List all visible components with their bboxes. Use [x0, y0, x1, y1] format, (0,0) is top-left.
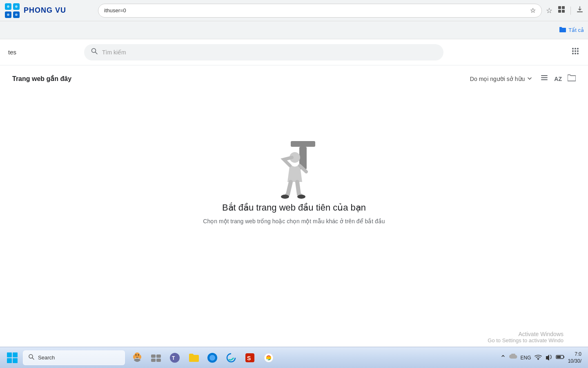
- folder-view-icon[interactable]: [568, 74, 576, 83]
- content-header: Trang web gần đây Do mọi người sở hữu AZ: [12, 74, 576, 84]
- taskbar-app-teams[interactable]: T: [166, 349, 184, 367]
- svg-point-20: [577, 50, 579, 52]
- svg-rect-45: [151, 359, 156, 362]
- svg-rect-35: [13, 358, 18, 363]
- browser-logo: PHONG VU: [4, 2, 94, 19]
- svg-rect-44: [156, 355, 161, 358]
- svg-rect-11: [562, 10, 565, 13]
- svg-point-23: [577, 53, 579, 54]
- svg-rect-9: [562, 6, 565, 9]
- taskbar-search[interactable]: Search: [23, 350, 125, 365]
- svg-point-7: [15, 13, 18, 16]
- tray-volume-icon[interactable]: [545, 354, 552, 361]
- svg-point-41: [133, 355, 136, 359]
- nav-bar: tes Tìm kiếm: [0, 39, 588, 65]
- tray-battery-icon[interactable]: [556, 355, 565, 361]
- empty-state: Bắt đầu trang web đầu tiên của bạn Chọn …: [12, 96, 576, 241]
- list-view-icon[interactable]: [540, 74, 548, 84]
- extensions-icon[interactable]: [557, 5, 566, 16]
- search-icon: [91, 47, 98, 57]
- svg-rect-12: [577, 11, 583, 12]
- svg-point-4: [7, 5, 9, 8]
- svg-point-30: [281, 195, 289, 199]
- tray-language[interactable]: ENG: [521, 355, 531, 361]
- svg-point-55: [537, 359, 539, 360]
- second-bar: Tất cả: [0, 21, 588, 39]
- windows-logo-icon: [7, 352, 18, 364]
- svg-point-39: [136, 354, 137, 355]
- taskbar-app-blue[interactable]: [203, 349, 221, 367]
- chevron-down-icon: [527, 76, 532, 82]
- svg-text:T: T: [172, 355, 175, 361]
- svg-point-18: [572, 50, 574, 52]
- svg-point-17: [577, 48, 579, 49]
- svg-point-22: [575, 53, 576, 54]
- tray-cloud-icon[interactable]: [509, 354, 517, 361]
- tray-expand-icon[interactable]: [500, 354, 506, 361]
- svg-rect-32: [7, 352, 12, 357]
- view-options: AZ: [540, 74, 576, 84]
- address-bar[interactable]: ithuser=0 ☆: [98, 4, 542, 18]
- main-content: Trang web gần đây Do mọi người sở hữu AZ: [0, 65, 588, 347]
- svg-point-19: [575, 50, 576, 52]
- tat-ca-label: Tất cả: [568, 27, 584, 33]
- taskbar-clock[interactable]: 7:0 10/30/: [568, 351, 581, 365]
- svg-point-16: [575, 48, 576, 49]
- taskbar-date-display: 10/30/: [568, 358, 581, 365]
- taskbar-app-chibi[interactable]: [128, 349, 146, 367]
- svg-rect-8: [558, 6, 561, 9]
- svg-rect-58: [557, 356, 561, 358]
- svg-rect-57: [564, 356, 564, 358]
- svg-rect-34: [7, 358, 12, 363]
- logo-text: PHONG VU: [24, 6, 66, 15]
- svg-text:S: S: [247, 355, 251, 361]
- svg-rect-26: [541, 79, 548, 80]
- svg-point-31: [297, 195, 305, 199]
- svg-rect-25: [541, 77, 548, 78]
- taskbar-app-red[interactable]: S: [241, 349, 259, 367]
- browser-actions: ☆: [546, 5, 584, 16]
- svg-rect-10: [558, 10, 561, 13]
- svg-point-21: [572, 53, 574, 54]
- folder-small-icon: [559, 27, 566, 34]
- apps-grid-icon[interactable]: [571, 47, 580, 58]
- taskbar-time-display: 7:0: [568, 351, 581, 358]
- nav-left-text: tes: [8, 49, 16, 56]
- taskbar-search-label: Search: [38, 355, 55, 361]
- taskbar-search-icon: [28, 354, 35, 362]
- download-icon[interactable]: [576, 5, 584, 16]
- owner-filter-button[interactable]: Do mọi người sở hữu: [470, 76, 532, 82]
- taskbar-apps: T S: [128, 349, 278, 367]
- taskbar-app-files[interactable]: [185, 349, 203, 367]
- svg-rect-46: [156, 359, 161, 362]
- header-actions: Do mọi người sở hữu AZ: [470, 74, 576, 84]
- svg-rect-24: [541, 75, 548, 76]
- tray-wifi-icon[interactable]: [535, 354, 542, 361]
- address-bar-text: ithuser=0: [104, 7, 527, 13]
- taskbar-right: ENG 7:0 10/30/: [500, 351, 585, 365]
- browser-top-bar: PHONG VU ithuser=0 ☆ ☆: [0, 0, 588, 21]
- empty-illustration: [265, 129, 323, 202]
- taskbar-app-edge[interactable]: [222, 349, 240, 367]
- svg-line-37: [32, 358, 34, 359]
- search-box[interactable]: Tìm kiếm: [84, 44, 443, 61]
- az-sort-icon[interactable]: AZ: [554, 76, 562, 82]
- taskbar: Search T S: [0, 347, 588, 368]
- recent-title: Trang web gần đây: [12, 75, 71, 83]
- svg-point-6: [7, 13, 9, 16]
- empty-state-title: Bắt đầu trang web đầu tiên của bạn: [222, 202, 366, 213]
- taskbar-app-chrome[interactable]: [260, 349, 278, 367]
- start-button[interactable]: [3, 349, 21, 367]
- star-bookmark-icon[interactable]: ☆: [546, 6, 552, 15]
- search-placeholder: Tìm kiếm: [102, 49, 437, 56]
- svg-point-40: [138, 354, 139, 355]
- star-icon[interactable]: ☆: [530, 7, 536, 14]
- svg-line-14: [96, 52, 98, 54]
- tat-ca-button[interactable]: Tất cả: [559, 27, 584, 34]
- svg-point-15: [572, 48, 574, 49]
- taskbar-app-taskview[interactable]: [147, 349, 165, 367]
- svg-point-50: [209, 355, 215, 361]
- owner-filter-label: Do mọi người sở hữu: [470, 76, 525, 82]
- empty-state-subtitle: Chọn một trang web trống hoặc chọn một m…: [203, 218, 385, 224]
- phongvu-logo-icon: [4, 2, 20, 19]
